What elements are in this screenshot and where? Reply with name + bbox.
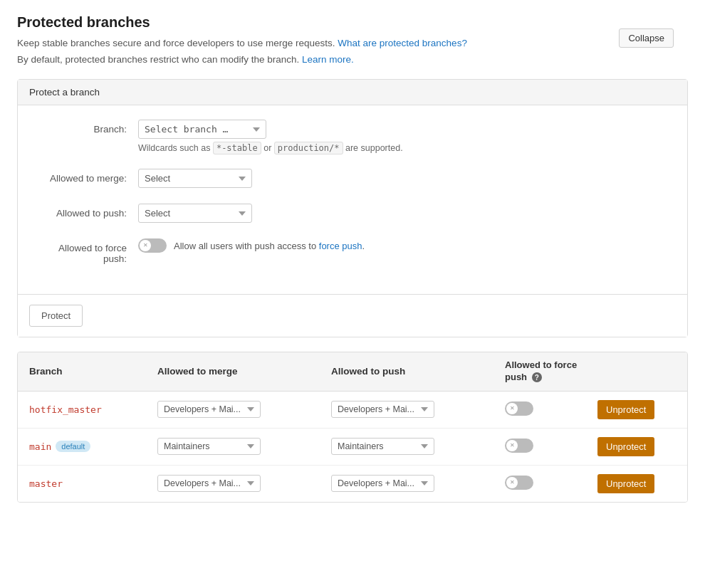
card-header: Protect a branch bbox=[18, 80, 687, 105]
branch-select[interactable]: Select branch … bbox=[138, 120, 266, 139]
table-header: Branch Allowed to merge Allowed to push … bbox=[18, 352, 687, 392]
force-push-label: Allowed to force push: bbox=[35, 238, 138, 264]
default-badge: default bbox=[56, 441, 90, 452]
wildcard-hint: Wildcards such as *-stable or production… bbox=[138, 143, 670, 153]
force-push-row: Allowed to force push: Allow all users w… bbox=[35, 238, 670, 264]
wildcard-code2: production/* bbox=[274, 142, 343, 154]
protect-button[interactable]: Protect bbox=[29, 305, 83, 327]
push-cell-master: Developers + Mai... bbox=[331, 475, 505, 492]
push-select-master[interactable]: Developers + Mai... bbox=[331, 475, 434, 492]
branch-name-hotfix: hotfix_master bbox=[29, 404, 157, 415]
unprotect-button-master[interactable]: Unprotect bbox=[597, 474, 654, 493]
collapse-button[interactable]: Collapse bbox=[619, 28, 674, 48]
small-toggle-thumb bbox=[506, 403, 518, 414]
small-toggle-thumb bbox=[506, 477, 518, 488]
actions-cell-hotfix: Unprotect bbox=[597, 400, 676, 419]
merge-row: Allowed to merge: Select bbox=[35, 169, 670, 188]
branch-row: Branch: Select branch … Wildcards such a… bbox=[35, 120, 670, 153]
table-row: master Developers + Mai... Developers + … bbox=[18, 466, 687, 502]
merge-select-hotfix[interactable]: Developers + Mai... bbox=[157, 401, 261, 418]
actions-cell-main: Unprotect bbox=[597, 437, 676, 456]
unprotect-button-main[interactable]: Unprotect bbox=[597, 437, 654, 456]
force-toggle-main[interactable] bbox=[505, 439, 533, 453]
subtitle2: By default, protected branches restrict … bbox=[17, 54, 688, 65]
branch-name-main: main bbox=[29, 441, 51, 452]
force-cell-hotfix bbox=[505, 401, 597, 418]
push-cell-hotfix: Developers + Mai... bbox=[331, 401, 505, 418]
push-control-wrap: Select bbox=[138, 204, 670, 223]
force-push-toggle[interactable] bbox=[138, 238, 167, 253]
force-push-link[interactable]: force push bbox=[319, 241, 362, 251]
force-push-help-icon[interactable]: ? bbox=[532, 372, 542, 382]
push-select-hotfix[interactable]: Developers + Mai... bbox=[331, 401, 434, 418]
push-row: Allowed to push: Select bbox=[35, 204, 670, 223]
page-title: Protected branches bbox=[17, 14, 688, 31]
protect-branch-card: Protect a branch Branch: Select branch …… bbox=[17, 79, 688, 337]
subtitle: Keep stable branches secure and force de… bbox=[17, 38, 688, 48]
force-push-hint: Allow all users with push access to forc… bbox=[174, 241, 365, 251]
force-toggle-hotfix[interactable] bbox=[505, 401, 533, 416]
col-branch-header: Branch bbox=[29, 366, 157, 377]
small-toggle-thumb bbox=[506, 440, 518, 451]
force-cell-master bbox=[505, 476, 597, 492]
merge-select-main[interactable]: Maintainers bbox=[157, 438, 261, 455]
what-are-protected-branches-link[interactable]: What are protected branches? bbox=[338, 38, 467, 48]
col-push-header: Allowed to push bbox=[331, 366, 505, 377]
learn-more-link[interactable]: Learn more. bbox=[302, 54, 354, 65]
force-push-control-wrap: Allow all users with push access to forc… bbox=[138, 238, 670, 253]
branch-control-wrap: Select branch … Wildcards such as *-stab… bbox=[138, 120, 670, 153]
push-select[interactable]: Select bbox=[138, 204, 252, 223]
push-label: Allowed to push: bbox=[35, 204, 138, 219]
merge-cell-hotfix: Developers + Mai... bbox=[157, 401, 331, 418]
table-row: hotfix_master Developers + Mai... Develo… bbox=[18, 392, 687, 429]
merge-select-master[interactable]: Developers + Mai... bbox=[157, 475, 261, 492]
push-cell-main: Maintainers bbox=[331, 438, 505, 455]
unprotect-button-hotfix[interactable]: Unprotect bbox=[597, 400, 654, 419]
merge-select[interactable]: Select bbox=[138, 169, 252, 188]
merge-cell-main: Maintainers bbox=[157, 438, 331, 455]
force-cell-main bbox=[505, 439, 597, 455]
branches-table: Branch Allowed to merge Allowed to push … bbox=[17, 352, 688, 503]
card-footer: Protect bbox=[18, 294, 687, 337]
branch-name-main-wrap: main default bbox=[29, 441, 157, 452]
branch-name-master: master bbox=[29, 478, 157, 489]
merge-control-wrap: Select bbox=[138, 169, 670, 188]
force-toggle-master[interactable] bbox=[505, 476, 533, 490]
wildcard-code1: *-stable bbox=[213, 142, 261, 154]
table-row: main default Maintainers Maintainers Unp… bbox=[18, 429, 687, 466]
merge-label: Allowed to merge: bbox=[35, 169, 138, 184]
toggle-thumb bbox=[140, 240, 151, 251]
col-merge-header: Allowed to merge bbox=[157, 366, 331, 377]
branch-label: Branch: bbox=[35, 120, 138, 135]
merge-cell-master: Developers + Mai... bbox=[157, 475, 331, 492]
toggle-wrap: Allow all users with push access to forc… bbox=[138, 238, 670, 253]
actions-cell-master: Unprotect bbox=[597, 474, 676, 493]
col-force-header: Allowed to force push ? bbox=[505, 359, 597, 384]
push-select-main[interactable]: Maintainers bbox=[331, 438, 434, 455]
